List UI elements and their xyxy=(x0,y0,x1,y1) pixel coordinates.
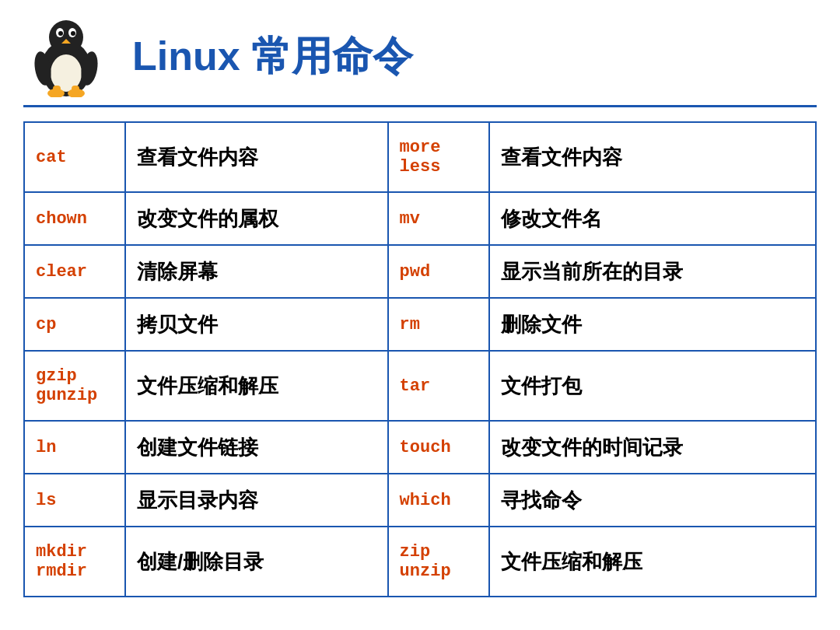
cmd-cell: zip unzip xyxy=(388,527,489,597)
cmd-cell: which xyxy=(388,474,489,527)
cmd-cell: more less xyxy=(388,122,489,192)
svg-rect-10 xyxy=(53,86,61,95)
table-row: ls显示目录内容which寻找命令 xyxy=(24,474,816,527)
desc-cell: 修改文件名 xyxy=(489,192,816,245)
cmd-cell: pwd xyxy=(388,245,489,298)
cmd-cell: mkdir rmdir xyxy=(24,527,125,597)
tux-logo xyxy=(23,16,109,97)
desc-cell: 文件压缩和解压 xyxy=(125,351,388,421)
desc-cell: 寻找命令 xyxy=(489,474,816,527)
page-title: Linux 常用命令 xyxy=(132,30,413,84)
table-row: cp拷贝文件rm删除文件 xyxy=(24,298,816,351)
desc-cell: 创建/删除目录 xyxy=(125,527,388,597)
cmd-cell: mv xyxy=(388,192,489,245)
desc-cell: 删除文件 xyxy=(489,298,816,351)
header: Linux 常用命令 xyxy=(23,16,817,107)
cmd-cell: ln xyxy=(24,421,125,474)
desc-cell: 文件打包 xyxy=(489,351,816,421)
table-row: mkdir rmdir创建/删除目录zip unzip文件压缩和解压 xyxy=(24,527,816,597)
cmd-cell: cp xyxy=(24,298,125,351)
desc-cell: 显示当前所在的目录 xyxy=(489,245,816,298)
page: Linux 常用命令 cat查看文件内容more less查看文件内容chown… xyxy=(0,0,840,630)
svg-point-2 xyxy=(49,20,83,54)
desc-cell: 创建文件链接 xyxy=(125,421,388,474)
desc-cell: 文件压缩和解压 xyxy=(489,527,816,597)
cmd-cell: ls xyxy=(24,474,125,527)
table-row: cat查看文件内容more less查看文件内容 xyxy=(24,122,816,192)
commands-table: cat查看文件内容more less查看文件内容chown改变文件的属权mv修改… xyxy=(23,121,817,597)
svg-point-5 xyxy=(58,31,63,36)
table-row: clear清除屏幕pwd显示当前所在的目录 xyxy=(24,245,816,298)
cmd-cell: chown xyxy=(24,192,125,245)
table-row: ln创建文件链接touch改变文件的时间记录 xyxy=(24,421,816,474)
cmd-cell: tar xyxy=(388,351,489,421)
svg-rect-11 xyxy=(72,86,79,95)
desc-cell: 查看文件内容 xyxy=(125,122,388,192)
svg-point-6 xyxy=(71,31,75,36)
desc-cell: 显示目录内容 xyxy=(125,474,388,527)
desc-cell: 清除屏幕 xyxy=(125,245,388,298)
desc-cell: 拷贝文件 xyxy=(125,298,388,351)
cmd-cell: cat xyxy=(24,122,125,192)
cmd-cell: clear xyxy=(24,245,125,298)
table-row: gzip gunzip文件压缩和解压tar文件打包 xyxy=(24,351,816,421)
cmd-cell: gzip gunzip xyxy=(24,351,125,421)
desc-cell: 改变文件的属权 xyxy=(125,192,388,245)
desc-cell: 查看文件内容 xyxy=(489,122,816,192)
cmd-cell: rm xyxy=(388,298,489,351)
cmd-cell: touch xyxy=(388,421,489,474)
desc-cell: 改变文件的时间记录 xyxy=(489,421,816,474)
table-row: chown改变文件的属权mv修改文件名 xyxy=(24,192,816,245)
